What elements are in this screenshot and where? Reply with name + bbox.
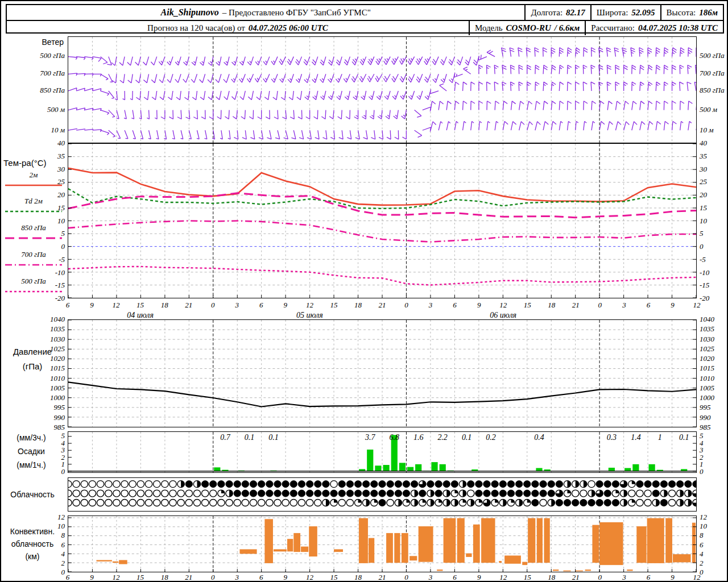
wind-level-label: 500 м	[18, 105, 65, 114]
svg-text:1: 1	[658, 433, 662, 442]
legend-850-label: 850 гПа	[3, 223, 64, 232]
axis-tick-label: -5	[700, 255, 706, 264]
axis-tick-label: 0	[592, 301, 609, 310]
svg-text:0.2: 0.2	[486, 433, 496, 442]
axis-tick-label: 6	[640, 573, 657, 582]
axis-tick-label: 15	[519, 573, 536, 582]
axis-tick-label: 1020	[700, 354, 714, 363]
header-box: Aik_Shipunovo – Предоставлено ФГБУ "ЗапС…	[6, 4, 724, 34]
model-label: Модель	[475, 23, 503, 33]
axis-tick-label: 8	[700, 531, 704, 540]
altitude-segment: Высота: 186м	[660, 5, 723, 20]
axis-tick-label: 5	[700, 229, 704, 238]
axis-tick-label: 4	[700, 550, 704, 559]
axis-tick-label: 1030	[31, 335, 65, 344]
wind-level-label: 500 гПа	[700, 51, 725, 60]
axis-tick-label: 30	[700, 165, 707, 174]
axis-tick-label: 21	[567, 301, 584, 310]
axis-tick-label: 6	[446, 573, 464, 582]
calc-time: 04.07.2025 10:38 UTC	[638, 23, 718, 33]
legend-850-line	[5, 236, 62, 240]
svg-text:0.1: 0.1	[245, 433, 254, 442]
axis-tick-label: 4	[700, 439, 704, 448]
wind-panel	[68, 36, 697, 143]
axis-tick-label: 12	[688, 301, 705, 310]
axis-tick-label: 990	[31, 413, 65, 422]
altitude-value: 186м	[699, 8, 718, 18]
axis-tick-label: 995	[31, 403, 65, 412]
axis-tick-label: 15	[325, 301, 342, 310]
axis-tick-label: 5	[700, 431, 704, 440]
legend-500: 500 гПа	[3, 277, 64, 296]
axis-tick-label: 1040	[31, 315, 65, 324]
axis-tick-label: 40	[31, 139, 65, 148]
axis-tick-label: 9	[470, 573, 487, 582]
wind-level-label: 700 гПа	[700, 69, 725, 78]
legend-t2m-label: 2м	[3, 171, 64, 180]
axis-tick-label: 990	[700, 413, 711, 422]
axis-tick-label: 0	[204, 573, 221, 582]
axis-tick-label: 3	[229, 301, 246, 310]
wind-level-label: 10 м	[18, 126, 65, 135]
axis-tick-label: 0	[700, 467, 704, 476]
axis-tick-label: 18	[156, 573, 173, 582]
forecast-label: Прогноз на 120 часа(ов) от	[147, 23, 245, 33]
model-segment: Модель COSMO-RU / 6.6км	[469, 21, 585, 35]
wind-level-label: 700 гПа	[18, 69, 65, 78]
longitude-value: 82.17	[566, 8, 585, 18]
axis-tick-label: 1035	[700, 325, 714, 334]
axis-tick-label: 15	[519, 301, 536, 310]
legend-t2m-line	[5, 183, 62, 188]
axis-tick-label: 20	[700, 190, 707, 199]
axis-tick-label: 9	[470, 301, 487, 310]
axis-tick-label: 0	[398, 301, 415, 310]
axis-tick-label: 12	[495, 301, 512, 310]
altitude-label: Высота:	[667, 8, 696, 18]
svg-text:2.2: 2.2	[437, 433, 448, 442]
axis-tick-label: 1010	[31, 374, 65, 383]
axis-tick-label: 10	[700, 522, 707, 531]
axis-tick-label: 15	[700, 203, 707, 213]
axis-tick-label: 15	[132, 573, 149, 582]
axis-tick-label: 12	[107, 573, 125, 582]
axis-tick-label: 6	[253, 573, 270, 582]
axis-tick-label: 2	[700, 453, 704, 462]
svg-text:0.3: 0.3	[607, 433, 617, 442]
precip-panel: 0.70.10.13.76.81.62.20.10.20.40.31.410.1	[68, 431, 697, 473]
axis-tick-label: 40	[700, 139, 707, 148]
axis-tick-label: 6	[253, 301, 270, 310]
station-name: Aik_Shipunovo	[161, 7, 219, 18]
cloud-panel	[68, 477, 697, 512]
svg-text:1.4: 1.4	[631, 433, 641, 442]
model-resolution: / 6.6км	[555, 23, 580, 33]
axis-tick-label: 18	[543, 301, 560, 310]
axis-tick-label: 9	[277, 573, 294, 582]
pressure-panel	[68, 319, 697, 427]
axis-tick-label: 1025	[700, 344, 714, 354]
axis-tick-label: 985	[31, 423, 65, 432]
wind-barbs-chart	[68, 37, 696, 143]
axis-tick-label: 1000	[31, 393, 65, 402]
axis-tick-label: 9	[277, 301, 294, 310]
precip-units-1h: (мм/1ч.)	[1, 460, 61, 469]
conv-panel-title-3: (км)	[1, 552, 64, 561]
temperature-chart	[68, 144, 696, 298]
provider-text: – Предоставлено ФГБУ "ЗапСиб УГМС"	[222, 8, 371, 18]
legend-700: 700 гПа	[3, 250, 64, 269]
pressure-panel-units: (гПа)	[1, 361, 64, 371]
precip-units-3h: (мм/3ч.)	[1, 433, 61, 442]
conv-panel-title-1: Конвективн.	[1, 527, 64, 536]
axis-tick-label: 3	[229, 573, 246, 582]
legend-700-label: 700 гПа	[3, 250, 64, 259]
axis-tick-label: 21	[374, 573, 391, 582]
axis-tick-label: 9	[84, 301, 101, 310]
pressure-chart	[68, 320, 696, 427]
latitude-label: Широта:	[597, 8, 628, 18]
axis-tick-label: 12	[301, 301, 318, 310]
precipitation-chart: 0.70.10.13.76.81.62.20.10.20.40.31.410.1	[68, 432, 696, 472]
axis-tick-label: 3	[700, 446, 704, 455]
svg-text:0.1: 0.1	[268, 433, 278, 442]
axis-tick-label: 21	[180, 301, 197, 310]
axis-tick-label: -10	[700, 268, 709, 277]
axis-tick-label: 3	[615, 573, 632, 582]
